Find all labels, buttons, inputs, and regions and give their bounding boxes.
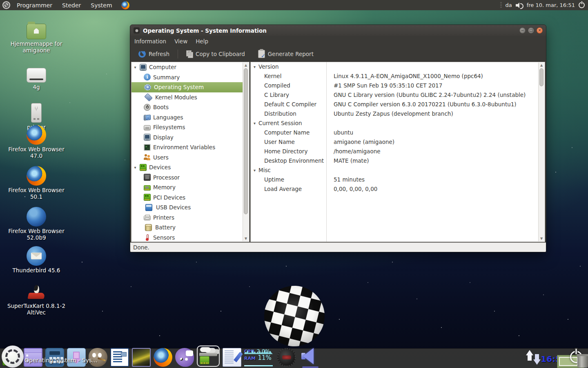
dark-dial-icon[interactable] <box>277 348 296 367</box>
tree-item-operating-system[interactable]: Operating System <box>131 82 243 92</box>
distro-menu-icon[interactable] <box>2 1 10 9</box>
info-label: Kernel <box>251 72 326 81</box>
menu-information[interactable]: Information <box>130 37 170 46</box>
notification-area-grip[interactable] <box>500 2 502 9</box>
os-info-table: ▾VersionKernelLinux 4.9.11_A-EON_AmigaON… <box>251 62 539 242</box>
desktop-icon-4g[interactable]: 4g <box>3 65 69 90</box>
window-title: Operating System - System Information <box>143 27 267 34</box>
generate-report-button[interactable]: Generate Report <box>255 48 317 60</box>
copy-icon <box>186 50 193 58</box>
tree-item-processor[interactable]: Processor <box>131 173 243 183</box>
top-menu-steder[interactable]: Steder <box>57 1 86 9</box>
tree-item-kernel-modules[interactable]: Kernel Modules <box>131 92 243 103</box>
tree-item-boots[interactable]: Boots <box>131 102 243 112</box>
text-editor-icon[interactable] <box>223 348 241 367</box>
refresh-button[interactable]: Refresh <box>135 49 173 59</box>
package-installer-icon[interactable] <box>67 348 86 367</box>
info-row-desktop-environment: Desktop EnvironmentMATE (mate) <box>251 156 539 166</box>
battery-icon <box>145 224 152 231</box>
scroll-down-icon[interactable]: ▼ <box>243 236 249 241</box>
libreoffice-icon[interactable] <box>110 348 129 367</box>
expander-icon[interactable]: ▾ <box>254 62 256 72</box>
filesystems-icon <box>144 125 151 130</box>
ram-usage-bar <box>244 365 273 366</box>
top-menu-system[interactable]: System <box>86 1 117 9</box>
scroll-down-icon[interactable]: ▼ <box>539 236 544 241</box>
tree-item-filesystems[interactable]: Filesystems <box>131 122 243 132</box>
supertuxkart-icon <box>27 284 46 301</box>
cpu-ram-monitor-applet[interactable]: CPU 2 0% RAM 11% <box>244 348 274 367</box>
tree-item-sensors[interactable]: Sensors <box>131 233 243 242</box>
hard-drive-icon <box>27 68 46 83</box>
tree-item-pci-devices[interactable]: PCI Devices <box>131 193 243 203</box>
expander-icon[interactable]: ▾ <box>133 65 137 70</box>
info-section-current-session[interactable]: ▾Current Session <box>251 119 539 128</box>
scrollbar-thumb[interactable] <box>244 68 248 214</box>
speaker-icon[interactable] <box>299 348 320 367</box>
info-row-distribution: DistributionUbuntu Zesty Zapus (developm… <box>251 109 539 119</box>
power-icon[interactable] <box>579 2 585 8</box>
expander-icon[interactable]: ▾ <box>254 119 256 128</box>
gimp-icon[interactable] <box>89 348 107 367</box>
minimize-button[interactable]: − <box>519 27 526 34</box>
tree-item-display[interactable]: Display <box>131 132 243 143</box>
gear-icon <box>144 84 151 90</box>
tree-item-usb-devices[interactable]: USB Devices <box>131 202 243 213</box>
info-label: User Name <box>251 137 326 147</box>
info-scrollbar[interactable]: ▲ ▼ <box>538 63 544 241</box>
chip-icon <box>144 194 151 201</box>
desktop-icon-thunderbird-45-6[interactable]: Thunderbird 45.6 <box>3 246 69 274</box>
desktop-icon-supertuxkart-0-8-1-2-altivec[interactable]: SuperTuxKart 0.8.1-2 AltiVec <box>3 284 69 316</box>
pidgin-icon[interactable] <box>175 348 194 367</box>
scroll-up-icon[interactable]: ▲ <box>539 63 544 68</box>
tree-group-computer[interactable]: ▾Computer <box>131 62 243 72</box>
copy-to-clipboard-button[interactable]: Copy to Clipboard <box>183 49 248 59</box>
top-menu-programmer[interactable]: Programmer <box>12 1 57 9</box>
desktop-icon-hjemmemappe-for-amigaone[interactable]: Hjemmemappe for amigaone <box>3 21 69 54</box>
terminal-icon <box>144 144 151 151</box>
tree-item-summary[interactable]: Summary <box>131 72 243 83</box>
ubuntu-mate-logo-icon[interactable] <box>2 346 24 368</box>
firefox-icon[interactable] <box>154 348 172 367</box>
info-label: C Library <box>251 90 326 100</box>
toolbar-separator <box>178 49 178 58</box>
category-tree: ▾ComputerSummaryOperating SystemKernel M… <box>131 62 243 242</box>
desktop-icon-firefox-web-browser-52-0b9[interactable]: Firefox Web Browser 52.0b9 <box>3 207 69 241</box>
tree-group-devices[interactable]: ▾Devices <box>131 162 243 173</box>
usb-stick-icon <box>31 103 42 123</box>
firefox-icon[interactable] <box>121 1 129 9</box>
info-section-version[interactable]: ▾Version <box>251 62 539 72</box>
tree-item-memory[interactable]: Memory <box>131 182 243 193</box>
info-value: /home/amigaone <box>326 147 381 156</box>
trash-icon[interactable] <box>577 355 588 368</box>
close-button[interactable]: ✕ <box>537 27 543 34</box>
desktop-icon-firefox-web-browser-47-0[interactable]: Firefox Web Browser 47.0 <box>3 125 69 159</box>
tree-item-printers[interactable]: Printers <box>131 213 243 223</box>
expander-icon[interactable]: ▾ <box>254 166 256 175</box>
cpu-graph <box>244 348 273 354</box>
tree-item-users[interactable]: Users <box>131 153 243 163</box>
image-viewer-icon[interactable] <box>132 348 151 367</box>
info-label: Computer Name <box>251 128 326 137</box>
sidebar-scrollbar[interactable]: ▲ ▼ <box>243 63 249 241</box>
info-label: Uptime <box>251 175 326 184</box>
maximize-button[interactable]: □ <box>528 27 534 34</box>
tree-item-battery[interactable]: Battery <box>131 222 243 233</box>
top-clock[interactable]: fre 10. mar, 16:51 <box>527 2 575 8</box>
info-section-misc[interactable]: ▾Misc <box>251 166 539 175</box>
window-launcher-icon[interactable] <box>24 348 42 367</box>
expander-icon[interactable]: ▾ <box>133 165 137 170</box>
languages-icon <box>144 115 151 121</box>
tree-item-languages[interactable]: Languages <box>131 112 243 123</box>
desktop-icon-firefox-web-browser-50-1[interactable]: Firefox Web Browser 50.1 <box>3 166 69 200</box>
volume-icon[interactable] <box>516 2 523 8</box>
window-titlebar[interactable]: Operating System - System Information − … <box>130 25 546 36</box>
scroll-up-icon[interactable]: ▲ <box>243 63 249 68</box>
hardinfo-launcher-icon[interactable] <box>197 346 220 367</box>
tree-item-environment-variables[interactable]: Environment Variables <box>131 142 243 153</box>
keyboard-layout-indicator[interactable]: da <box>506 2 512 8</box>
calculator-icon[interactable] <box>45 348 64 367</box>
scrollbar-thumb[interactable] <box>539 68 543 86</box>
menu-help[interactable]: Help <box>192 37 212 46</box>
menu-view[interactable]: View <box>170 37 192 46</box>
